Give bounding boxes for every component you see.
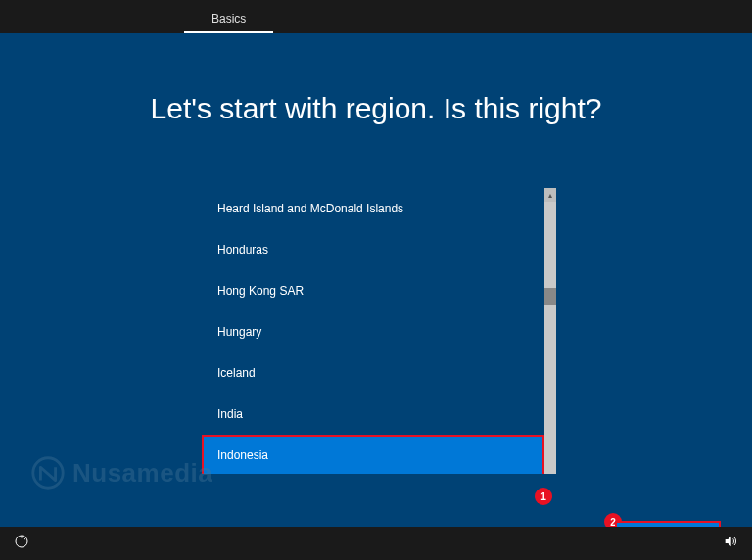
list-item[interactable]: Iceland bbox=[202, 352, 544, 394]
list-item[interactable]: India bbox=[202, 394, 544, 435]
scroll-thumb[interactable] bbox=[544, 288, 556, 305]
watermark: Nusamedia bbox=[29, 454, 212, 491]
annotation-badge-1: 1 bbox=[535, 488, 552, 505]
region-list-container: Heard Island and McDonald Islands Hondur… bbox=[202, 188, 556, 474]
volume-icon[interactable] bbox=[723, 534, 738, 553]
list-item[interactable]: Hong Kong SAR bbox=[202, 270, 544, 311]
top-bar: Basics bbox=[0, 0, 752, 33]
scrollbar[interactable]: ▴ bbox=[544, 188, 556, 474]
bottom-bar bbox=[0, 527, 752, 560]
scroll-up-icon[interactable]: ▴ bbox=[544, 188, 556, 202]
oobe-main: Let's start with region. Is this right? … bbox=[0, 33, 752, 527]
list-item-selected[interactable]: Indonesia bbox=[202, 435, 544, 474]
region-list[interactable]: Heard Island and McDonald Islands Hondur… bbox=[202, 188, 544, 474]
list-item[interactable]: Heard Island and McDonald Islands bbox=[202, 188, 544, 229]
watermark-text: Nusamedia bbox=[72, 458, 212, 489]
watermark-logo-icon bbox=[29, 454, 67, 491]
tab-basics[interactable]: Basics bbox=[184, 4, 273, 33]
list-item[interactable]: Hungary bbox=[202, 311, 544, 352]
page-title: Let's start with region. Is this right? bbox=[0, 92, 752, 125]
ease-of-access-icon[interactable] bbox=[14, 534, 29, 553]
list-item[interactable]: Honduras bbox=[202, 229, 544, 270]
